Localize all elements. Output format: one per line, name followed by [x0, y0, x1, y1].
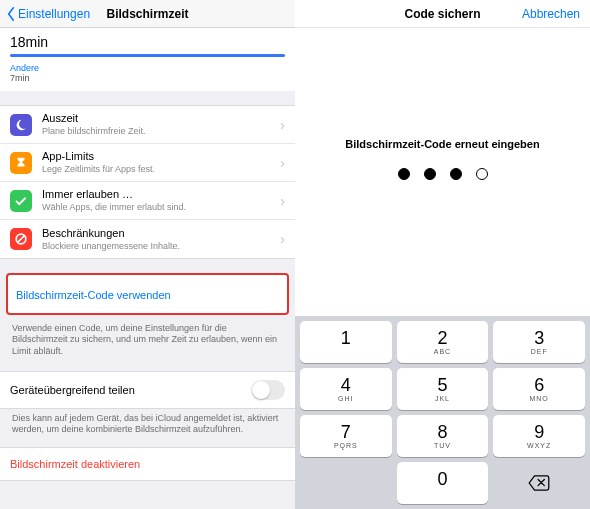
keypad-key-7[interactable]: 7PQRS: [300, 415, 392, 457]
chevron-right-icon: ›: [280, 155, 285, 171]
share-group: Geräteübergreifend teilen: [0, 371, 295, 409]
key-number: 1: [341, 329, 351, 347]
key-letters: PQRS: [334, 442, 358, 449]
use-code-row-highlight: Bildschirmzeit-Code verwenden: [6, 273, 289, 315]
share-footer: Dies kann auf jedem Gerät, das bei iClou…: [0, 409, 295, 436]
menu-row-3[interactable]: BeschränkungenBlockiere unangemessene In…: [0, 220, 295, 258]
keypad-delete[interactable]: [493, 462, 585, 504]
nosign-icon: [10, 228, 32, 250]
use-code-button[interactable]: Bildschirmzeit-Code verwenden: [8, 275, 287, 313]
keypad-key-6[interactable]: 6MNO: [493, 368, 585, 410]
usage-bar: [10, 54, 285, 57]
keypad-key-5[interactable]: 5JKL: [397, 368, 489, 410]
keypad-key-1[interactable]: 1: [300, 321, 392, 363]
chevron-right-icon: ›: [280, 193, 285, 209]
passcode-dot: [476, 168, 488, 180]
passcode-prompt-text: Bildschirmzeit-Code erneut eingeben: [295, 138, 590, 150]
passcode-dot: [424, 168, 436, 180]
key-letters: ABC: [434, 348, 451, 355]
back-button[interactable]: Einstellungen: [6, 7, 90, 21]
keypad-key-0[interactable]: 0: [397, 462, 489, 504]
navbar: Einstellungen Bildschirmzeit: [0, 0, 295, 28]
keypad-key-8[interactable]: 8TUV: [397, 415, 489, 457]
menu-row-1[interactable]: App-LimitsLege Zeitlimits für Apps fest.…: [0, 144, 295, 182]
key-number: 9: [534, 423, 544, 441]
menu-row-subtitle: Lege Zeitlimits für Apps fest.: [42, 164, 280, 175]
passcode-screen: Code sichern Abbrechen Bildschirmzeit-Co…: [295, 0, 590, 509]
menu-row-title: Immer erlauben …: [42, 188, 280, 201]
menu-row-2[interactable]: Immer erlauben …Wähle Apps, die immer er…: [0, 182, 295, 220]
menu-row-title: Beschränkungen: [42, 227, 280, 240]
keypad-key-3[interactable]: 3DEF: [493, 321, 585, 363]
keypad-key-2[interactable]: 2ABC: [397, 321, 489, 363]
menu-row-subtitle: Blockiere unangemessene Inhalte.: [42, 241, 280, 252]
keypad-key-9[interactable]: 9WXYZ: [493, 415, 585, 457]
passcode-title: Code sichern: [404, 7, 480, 21]
menu-row-title: App-Limits: [42, 150, 280, 163]
key-letters: JKL: [435, 395, 450, 402]
key-letters: DEF: [531, 348, 548, 355]
passcode-navbar: Code sichern Abbrechen: [295, 0, 590, 28]
usage-total: 18min: [10, 34, 285, 50]
use-code-label: Bildschirmzeit-Code verwenden: [16, 289, 171, 301]
keypad-spacer: [300, 462, 392, 504]
settings-screen: Einstellungen Bildschirmzeit 18min Ander…: [0, 0, 295, 509]
key-number: 0: [437, 470, 447, 488]
chevron-right-icon: ›: [280, 117, 285, 133]
deactivate-button[interactable]: Bildschirmzeit deaktivieren: [0, 447, 295, 481]
key-number: 5: [437, 376, 447, 394]
menu-row-0[interactable]: AuszeitPlane bildschirmfreie Zeit.›: [0, 106, 295, 144]
key-number: 2: [437, 329, 447, 347]
key-number: 3: [534, 329, 544, 347]
menu-group: AuszeitPlane bildschirmfreie Zeit.›App-L…: [0, 105, 295, 259]
keypad-key-4[interactable]: 4GHI: [300, 368, 392, 410]
use-code-footer: Verwende einen Code, um deine Einstellun…: [0, 319, 295, 357]
usage-category-label: Andere: [10, 63, 285, 73]
key-number: 7: [341, 423, 351, 441]
cancel-button[interactable]: Abbrechen: [522, 7, 580, 21]
deactivate-label: Bildschirmzeit deaktivieren: [10, 458, 140, 470]
chevron-left-icon: [6, 7, 16, 21]
numeric-keypad: 1 2ABC3DEF4GHI5JKL6MNO7PQRS8TUV9WXYZ0: [295, 316, 590, 509]
share-row[interactable]: Geräteübergreifend teilen: [0, 372, 295, 408]
menu-row-title: Auszeit: [42, 112, 280, 125]
check-icon: [10, 190, 32, 212]
key-letters: TUV: [434, 442, 451, 449]
usage-summary[interactable]: 18min Andere 7min: [0, 28, 295, 91]
share-label: Geräteübergreifend teilen: [10, 384, 135, 396]
backspace-icon: [528, 475, 550, 491]
key-letters: GHI: [338, 395, 353, 402]
share-switch[interactable]: [251, 380, 285, 400]
key-number: 6: [534, 376, 544, 394]
moon-icon: [10, 114, 32, 136]
key-letters: MNO: [529, 395, 548, 402]
back-label: Einstellungen: [18, 7, 90, 21]
passcode-dots: [295, 168, 590, 180]
passcode-dot: [450, 168, 462, 180]
menu-row-subtitle: Plane bildschirmfreie Zeit.: [42, 126, 280, 137]
key-number: 4: [341, 376, 351, 394]
passcode-prompt: Bildschirmzeit-Code erneut eingeben: [295, 138, 590, 180]
key-number: 8: [437, 423, 447, 441]
chevron-right-icon: ›: [280, 231, 285, 247]
usage-category-value: 7min: [10, 73, 285, 83]
hourglass-icon: [10, 152, 32, 174]
passcode-dot: [398, 168, 410, 180]
menu-row-subtitle: Wähle Apps, die immer erlaubt sind.: [42, 202, 280, 213]
key-letters: WXYZ: [527, 442, 551, 449]
svg-line-1: [18, 236, 25, 243]
